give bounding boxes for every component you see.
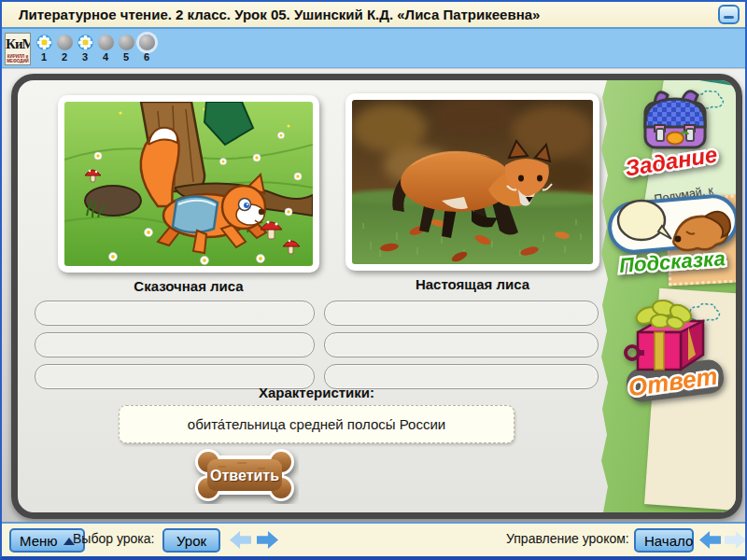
slide-button-1[interactable]: 1 <box>34 33 54 63</box>
bottom-control-bar: Меню Выбор урока: Урок Управление уроком… <box>2 522 745 556</box>
slide-button-3[interactable]: 3 <box>75 33 95 63</box>
svg-text:Ответить: Ответить <box>210 468 279 483</box>
answer-slot[interactable] <box>35 301 315 326</box>
cartoon-fox-image <box>58 95 319 273</box>
answer-slot[interactable] <box>324 301 599 326</box>
slide-buttons: 1 2 3 4 5 <box>34 33 157 63</box>
control-next-arrow-icon <box>725 531 746 549</box>
gift-box-icon <box>626 299 703 370</box>
km-logo: КиМ КИРИЛЛ и МЕФОДИЙ <box>5 33 31 65</box>
left-image-caption: Сказочная лиса <box>58 278 319 294</box>
slide-button-4[interactable]: 4 <box>95 33 116 63</box>
slide-button-5[interactable]: 5 <box>116 33 136 63</box>
characteristic-card[interactable]: обита́тельница средней полосы́ России <box>119 405 514 443</box>
title-bar: Литературное чтение. 2 класс. Урок 05. У… <box>2 2 745 29</box>
lesson-control-label: Управление уроком: <box>506 531 629 546</box>
lesson-title: Литературное чтение. 2 класс. Урок 05. У… <box>19 2 540 27</box>
slide-dot <box>139 35 155 50</box>
characteristics-label: Характеристики: <box>119 385 514 400</box>
control-prev-arrow-icon[interactable] <box>699 531 721 549</box>
slide-dot <box>98 35 114 50</box>
dog-hint-icon <box>608 194 739 254</box>
slide-nav-bar: КиМ КИРИЛЛ и МЕФОДИЙ 1 2 <box>2 29 745 68</box>
hint-sticker-button[interactable]: Подсказка <box>597 190 742 280</box>
task-panel: Сказочная лиса Настоящая лиса Характерис… <box>11 74 742 519</box>
slide-dot <box>119 35 134 50</box>
flower-icon <box>36 35 52 50</box>
backpack-icon <box>645 91 705 147</box>
real-fox-photo <box>345 93 599 271</box>
lesson-button[interactable]: Урок <box>162 528 220 553</box>
start-button[interactable]: Начало <box>634 528 694 553</box>
slide-button-2[interactable]: 2 <box>54 33 75 63</box>
km-logo-caption: КИРИЛЛ и МЕФОДИЙ <box>6 54 30 63</box>
minimize-icon <box>724 16 734 19</box>
km-logo-monogram: КиМ <box>6 34 30 54</box>
answer-slot[interactable] <box>324 332 599 357</box>
lesson-select-label: Выбор урока: <box>73 531 154 546</box>
slide-dot <box>57 35 73 50</box>
answer-slot[interactable] <box>35 332 315 357</box>
right-image-caption: Настоящая лиса <box>345 276 599 292</box>
flower-icon <box>78 35 93 50</box>
application-window: Литературное чтение. 2 класс. Урок 05. У… <box>0 0 747 560</box>
task-sticker-button[interactable]: Задание <box>604 82 742 181</box>
lesson-prev-arrow-icon[interactable] <box>230 531 251 549</box>
stage: Сказочная лиса Настоящая лиса Характерис… <box>2 69 745 522</box>
lesson-next-arrow-icon[interactable] <box>257 531 278 549</box>
answer-sticker-button[interactable]: Ответ <box>606 293 739 403</box>
slide-button-6-current[interactable]: 6 <box>136 33 157 63</box>
minimize-button[interactable] <box>718 5 740 24</box>
answer-bone-button[interactable]: Ответить <box>190 446 299 504</box>
